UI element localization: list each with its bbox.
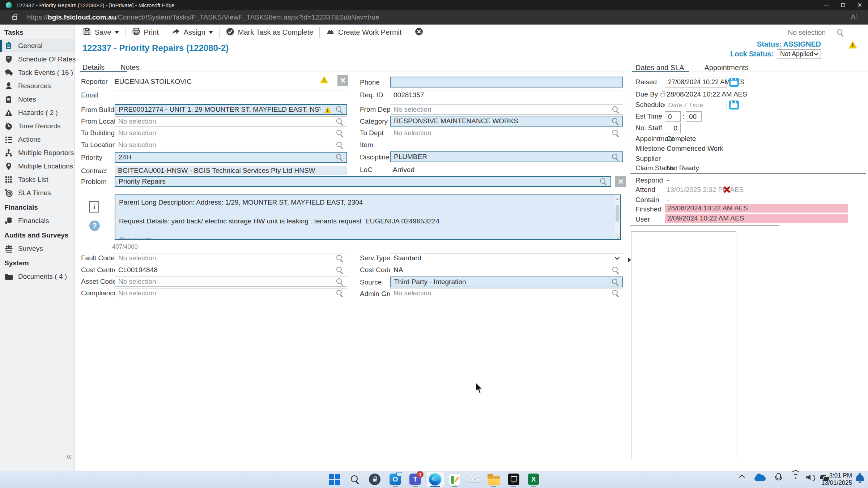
print-button[interactable]: Print: [132, 27, 159, 38]
email-link-label[interactable]: Email: [81, 90, 98, 100]
taskbar-teams-button[interactable]: T1: [409, 473, 421, 485]
sidebar-item-surveys[interactable]: Surveys: [0, 242, 75, 255]
scroll-up-icon[interactable]: [616, 198, 619, 200]
tray-chevron-button[interactable]: [740, 473, 744, 479]
tray-wifi-button[interactable]: [791, 473, 801, 481]
url-text[interactable]: https://bgis.fsicloud.com.au/Connect/!Sy…: [27, 13, 379, 21]
search-icon[interactable]: [612, 117, 619, 125]
taskbar-search-button[interactable]: [349, 473, 361, 485]
sidebar-item-multiple-locations[interactable]: Multiple Locations: [0, 159, 75, 173]
close-button[interactable]: ✕: [851, 0, 868, 10]
notification-bell-icon[interactable]: [856, 475, 864, 481]
tray-onedrive-button[interactable]: [754, 473, 766, 481]
minimize-button[interactable]: [818, 0, 835, 10]
start-button[interactable]: [328, 473, 340, 485]
search-icon[interactable]: [336, 266, 344, 274]
description-textarea[interactable]: Parent Long Description: Address: 1/29, …: [115, 194, 621, 240]
clear-problem-button[interactable]: ×: [615, 176, 626, 187]
from-dept-field[interactable]: No selection: [390, 104, 623, 115]
from-location-field[interactable]: No selection: [115, 116, 347, 127]
priority-field[interactable]: 24H: [115, 152, 347, 163]
search-icon[interactable]: [600, 178, 607, 185]
est-time-hours-field[interactable]: 0: [665, 111, 681, 122]
req-id-field[interactable]: 00281357: [390, 90, 623, 100]
tab-appointments[interactable]: Appointments: [705, 64, 749, 72]
search-icon[interactable]: [336, 141, 344, 149]
sidebar-item-task-events[interactable]: Task Events ( 16 ): [0, 66, 75, 79]
taskbar-snip-button[interactable]: [448, 473, 461, 485]
clear-attend-icon[interactable]: [723, 186, 731, 193]
taskbar-explorer-button[interactable]: [488, 473, 500, 485]
sidebar-item-documents[interactable]: Documents ( 4 ): [0, 270, 75, 283]
sidebar-item-sla-times[interactable]: SLA Times: [0, 186, 75, 200]
sidebar-item-time-records[interactable]: Time Records: [0, 119, 75, 133]
category-field[interactable]: RESPONSIVE MAINTENANCE WORKS: [390, 116, 623, 127]
compliance-field[interactable]: No selection: [115, 288, 347, 298]
no-staff-field[interactable]: 0: [665, 123, 681, 133]
taskbar-keepass-button[interactable]: [369, 473, 381, 485]
search-icon[interactable]: [837, 29, 844, 37]
sidebar-collapse-button[interactable]: «: [66, 451, 72, 461]
search-icon[interactable]: [336, 106, 343, 114]
read-aloud-icon[interactable]: A: [851, 13, 857, 21]
help-icon[interactable]: ?: [89, 221, 100, 231]
asset-code-field[interactable]: No selection: [115, 277, 347, 287]
phone-field[interactable]: [390, 77, 623, 87]
fault-code-field[interactable]: No selection: [115, 253, 347, 263]
search-icon[interactable]: [336, 118, 344, 125]
cancel-task-button[interactable]: [414, 27, 424, 38]
cost-centre-field[interactable]: CL00194848: [115, 265, 347, 275]
admin-group-field[interactable]: No selection: [390, 288, 623, 298]
search-icon[interactable]: [612, 278, 619, 286]
sidebar-item-actions[interactable]: Actions: [0, 133, 75, 146]
taskbar-edge-button[interactable]: [429, 473, 441, 485]
to-location-field[interactable]: No selection: [115, 140, 347, 150]
assign-button[interactable]: Assign: [171, 27, 213, 38]
calendar-icon[interactable]: [729, 78, 739, 87]
serv-type-select[interactable]: Standard: [390, 253, 623, 263]
discipline-field[interactable]: PLUMBER: [390, 151, 623, 162]
taskbar-outlook-button[interactable]: O: [389, 473, 401, 485]
chevron-down-icon[interactable]: [115, 31, 119, 34]
browser-urlbar[interactable]: https://bgis.fsicloud.com.au/Connect/!Sy…: [0, 10, 868, 25]
search-icon[interactable]: [612, 153, 619, 161]
problem-field[interactable]: Priority Repairs: [115, 176, 611, 187]
to-building-field[interactable]: No selection: [115, 128, 347, 138]
taskbar-recorder-button[interactable]: [507, 473, 520, 485]
sidebar-item-resources[interactable]: Resources: [0, 79, 75, 93]
to-dept-field[interactable]: No selection: [390, 128, 623, 138]
tab-details[interactable]: Details: [82, 63, 105, 72]
search-icon[interactable]: [612, 266, 620, 274]
sidebar-item-tasks-list[interactable]: Tasks List: [0, 173, 75, 186]
from-building-field[interactable]: PRE00012774 - UNIT 1, 29 MOUNTER ST, MAY…: [115, 104, 347, 115]
search-icon[interactable]: [336, 254, 344, 262]
create-work-permit-button[interactable]: Create Work Permit: [326, 27, 401, 38]
search-icon[interactable]: [612, 106, 620, 114]
taskbar-clock[interactable]: 3:01 PM 13/01/2025: [821, 472, 852, 486]
save-button[interactable]: Save: [82, 27, 119, 38]
tray-volume-button[interactable]: [806, 473, 815, 481]
chevron-down-icon[interactable]: [209, 31, 213, 34]
sidebar-item-multiple-reporters[interactable]: Multiple Reporters: [0, 146, 75, 159]
scrollbar-thumb[interactable]: [616, 205, 619, 222]
taskbar-as-app-button[interactable]: AS: [468, 473, 480, 485]
restore-button[interactable]: [835, 0, 851, 10]
cost-code-field[interactable]: NA: [390, 265, 623, 275]
raised-field[interactable]: 27/08/2024 10:22 AM AES: [665, 77, 727, 87]
mark-complete-button[interactable]: Mark Task as Complete: [226, 27, 314, 38]
tab-notes[interactable]: Notes: [120, 63, 139, 72]
search-icon[interactable]: [336, 278, 344, 286]
search-icon[interactable]: [336, 290, 344, 297]
sidebar-item-hazards[interactable]: Hazards ( 2 ): [0, 106, 75, 119]
taskbar-excel-button[interactable]: X: [527, 473, 540, 485]
sidebar-item-financials[interactable]: Financials: [0, 214, 75, 227]
clear-reporter-button[interactable]: ×: [337, 75, 348, 86]
item-field[interactable]: [390, 140, 623, 150]
est-time-minutes-field[interactable]: 00: [686, 111, 702, 122]
tray-mic-button[interactable]: [774, 473, 782, 483]
sidebar-item-notes[interactable]: Notes: [0, 93, 75, 106]
email-field[interactable]: [115, 90, 347, 100]
lock-status-select[interactable]: Not Applied: [777, 49, 821, 59]
source-field[interactable]: Third Party - Integration: [390, 277, 623, 287]
search-icon[interactable]: [336, 129, 344, 137]
